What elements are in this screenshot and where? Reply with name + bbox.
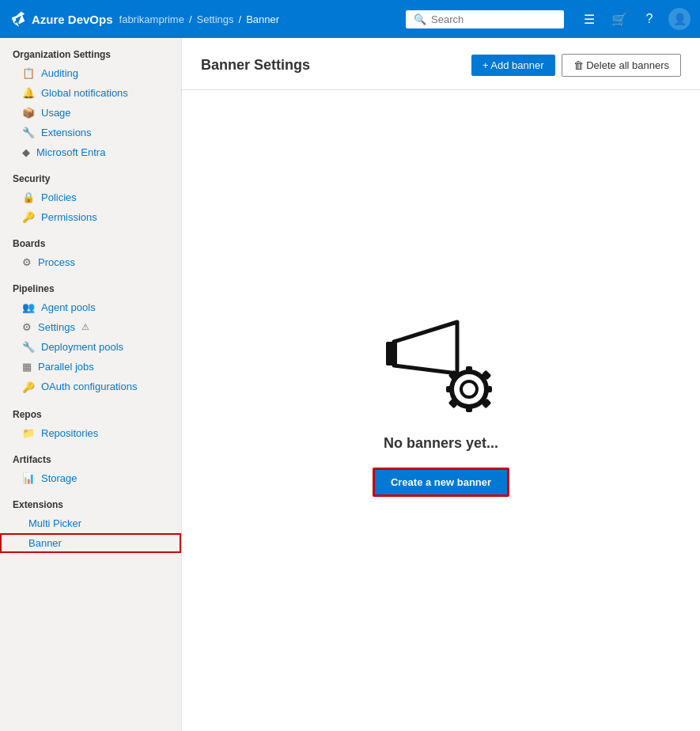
svg-point-3 (461, 381, 477, 397)
svg-rect-1 (386, 342, 397, 366)
empty-state-title: No banners yet... (384, 435, 498, 452)
sidebar-label-extensions: Extensions (41, 127, 92, 138)
breadcrumb-org[interactable]: fabrikamprime (119, 13, 184, 25)
app-logo[interactable]: Azure DevOps (9, 10, 113, 28)
svg-marker-0 (394, 322, 457, 373)
process-icon: ⚙ (22, 256, 32, 268)
agent-pools-icon: 👥 (22, 301, 35, 313)
sidebar-item-permissions[interactable]: 🔑 Permissions (0, 207, 181, 227)
breadcrumb: fabrikamprime / Settings / Banner (119, 13, 280, 25)
svg-rect-5 (466, 404, 472, 412)
search-box[interactable]: 🔍 (406, 10, 564, 28)
notifications-icon: 🔔 (22, 87, 35, 99)
sidebar-label-oauth: OAuth configurations (41, 381, 137, 394)
breadcrumb-settings[interactable]: Settings (197, 13, 234, 25)
sidebar-label-global-notifications: Global notifications (41, 87, 128, 99)
empty-state-icon (378, 314, 505, 419)
sidebar-section-org: Organization Settings (0, 38, 181, 63)
sidebar-item-policies[interactable]: 🔒 Policies (0, 187, 181, 207)
sidebar-item-extensions[interactable]: 🔧 Extensions (0, 123, 181, 142)
sidebar-section-extensions: Extensions (0, 488, 181, 513)
sidebar-label-process: Process (38, 256, 75, 268)
permissions-icon: 🔑 (22, 211, 35, 223)
repositories-icon: 📁 (22, 427, 35, 439)
sidebar-label-usage: Usage (41, 107, 71, 119)
svg-rect-6 (446, 386, 454, 392)
sidebar-label-multi-picker: Multi Picker (28, 517, 81, 529)
breadcrumb-current: Banner (246, 13, 279, 25)
sidebar-item-agent-pools[interactable]: 👥 Agent pools (0, 297, 181, 317)
sidebar-item-multi-picker[interactable]: Multi Picker (0, 513, 181, 533)
policies-icon: 🔒 (22, 191, 35, 203)
task-list-icon[interactable]: ☰ (578, 8, 600, 30)
search-input[interactable] (431, 13, 556, 25)
settings-warning-icon: ⚠ (81, 322, 89, 332)
sidebar-label-pipeline-settings: Settings (38, 321, 75, 333)
sidebar-label-repositories: Repositories (41, 427, 98, 439)
sidebar-label-agent-pools: Agent pools (41, 301, 96, 313)
sidebar-label-deployment-pools: Deployment pools (41, 341, 123, 353)
page-title: Banner Settings (201, 57, 310, 74)
top-navigation: Azure DevOps fabrikamprime / Settings / … (0, 0, 700, 38)
help-icon[interactable]: ? (638, 8, 660, 30)
sidebar-item-banner[interactable]: Banner (0, 533, 181, 553)
auditing-icon: 📋 (22, 67, 35, 79)
storage-icon: 📊 (22, 472, 35, 484)
sidebar-section-boards: Boards (0, 227, 181, 252)
basket-icon[interactable]: 🛒 (608, 8, 630, 30)
search-icon: 🔍 (414, 13, 426, 25)
usage-icon: 📦 (22, 107, 35, 119)
content-actions: + Add banner 🗑 Delete all banners (471, 54, 681, 77)
pipeline-settings-icon: ⚙ (22, 321, 32, 333)
create-new-banner-button[interactable]: Create a new banner (373, 468, 509, 497)
sidebar-item-auditing[interactable]: 📋 Auditing (0, 63, 181, 83)
sidebar-label-microsoft-entra: Microsoft Entra (36, 146, 105, 158)
sidebar-label-permissions: Permissions (41, 211, 97, 223)
sidebar-item-deployment-pools[interactable]: 🔧 Deployment pools (0, 337, 181, 357)
svg-rect-4 (466, 366, 472, 374)
empty-state: No banners yet... Create a new banner (182, 90, 700, 720)
main-content: Banner Settings + Add banner 🗑 Delete al… (182, 38, 700, 731)
extensions-icon: 🔧 (22, 127, 35, 138)
sidebar-label-policies: Policies (41, 191, 77, 203)
content-header: Banner Settings + Add banner 🗑 Delete al… (182, 38, 700, 90)
parallel-jobs-icon: ▦ (22, 361, 32, 373)
svg-rect-7 (484, 386, 492, 392)
sidebar-item-pipeline-settings[interactable]: ⚙ Settings ⚠ (0, 317, 181, 337)
sidebar-item-storage[interactable]: 📊 Storage (0, 468, 181, 488)
sidebar-section-artifacts: Artifacts (0, 443, 181, 468)
delete-all-banners-button[interactable]: 🗑 Delete all banners (562, 54, 681, 77)
sidebar-item-microsoft-entra[interactable]: ◆ Microsoft Entra (0, 142, 181, 162)
sidebar-label-auditing: Auditing (41, 67, 78, 79)
sidebar-item-process[interactable]: ⚙ Process (0, 252, 181, 272)
add-banner-button[interactable]: + Add banner (471, 55, 555, 76)
sidebar-label-storage: Storage (41, 472, 78, 484)
sidebar-label-banner: Banner (28, 537, 62, 549)
sidebar-section-repos: Repos (0, 398, 181, 423)
sidebar-item-global-notifications[interactable]: 🔔 Global notifications (0, 83, 181, 103)
nav-icons: ☰ 🛒 ? 👤 (578, 8, 691, 30)
sidebar-label-parallel-jobs: Parallel jobs (38, 361, 94, 373)
sidebar-item-usage[interactable]: 📦 Usage (0, 103, 181, 123)
sidebar-item-parallel-jobs[interactable]: ▦ Parallel jobs (0, 357, 181, 377)
sidebar-section-pipelines: Pipelines (0, 272, 181, 297)
sidebar-item-repositories[interactable]: 📁 Repositories (0, 423, 181, 443)
sidebar-item-oauth[interactable]: 🔑 OAuth configurations (0, 377, 181, 398)
sidebar: Organization Settings 📋 Auditing 🔔 Globa… (0, 38, 182, 731)
user-avatar[interactable]: 👤 (668, 8, 691, 30)
entra-icon: ◆ (22, 146, 30, 158)
oauth-icon: 🔑 (22, 381, 35, 393)
deployment-pools-icon: 🔧 (22, 341, 35, 353)
sidebar-section-security: Security (0, 162, 181, 187)
main-layout: Organization Settings 📋 Auditing 🔔 Globa… (0, 38, 700, 731)
